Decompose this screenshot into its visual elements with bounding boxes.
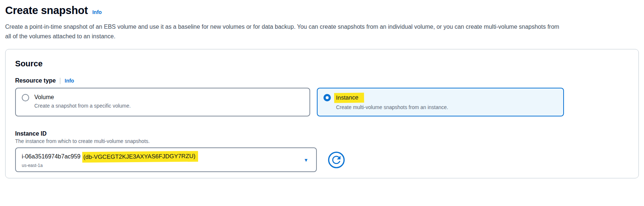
page-description: Create a point-in-time snapshot of an EB… (5, 22, 567, 41)
resource-type-options: Volume Create a snapshot from a specific… (15, 88, 629, 116)
create-snapshot-page: Create snapshot Info Create a point-in-t… (0, 0, 644, 178)
refresh-icon (328, 151, 345, 168)
chevron-down-icon: ▼ (304, 157, 308, 162)
instance-id-label: Instance ID (15, 130, 629, 137)
instance-id-text: i-06a3516974b7ac959 (22, 153, 80, 160)
page-header: Create snapshot Info (5, 4, 639, 17)
resource-type-option-instance[interactable]: Instance Create multi-volume snapshots f… (317, 88, 564, 116)
radio-unselected-icon[interactable] (22, 94, 29, 101)
tile-description-volume: Create a snapshot from a specific volume… (34, 102, 131, 109)
tile-label-volume: Volume (34, 93, 54, 101)
page-title: Create snapshot (5, 4, 88, 17)
instance-id-row: i-06a3516974b7ac959(db-VGCEGT2KJE3AXYAS6… (15, 147, 629, 172)
resource-type-option-volume[interactable]: Volume Create a snapshot from a specific… (15, 88, 310, 116)
tile-description-instance: Create multi-volume snapshots from an in… (336, 104, 448, 111)
availability-zone-text: us-east-1a (22, 163, 295, 168)
tile-body: Instance Create multi-volume snapshots f… (336, 93, 448, 111)
label-divider (60, 78, 60, 84)
instance-id-select[interactable]: i-06a3516974b7ac959(db-VGCEGT2KJE3AXYAS6… (15, 147, 317, 172)
instance-name-highlighted: (db-VGCEGT2KJE3AXYAS6FJDGY7RZU) (82, 151, 198, 163)
tile-label-instance: Instance (334, 92, 364, 103)
tile-body: Volume Create a snapshot from a specific… (34, 93, 131, 109)
source-panel: Source Resource type Info Volume Create … (5, 49, 639, 178)
refresh-button[interactable] (328, 151, 345, 168)
selected-instance-value: i-06a3516974b7ac959(db-VGCEGT2KJE3AXYAS6… (22, 151, 295, 162)
resource-type-label-row: Resource type Info (15, 77, 629, 84)
resource-type-label: Resource type (15, 77, 56, 84)
instance-id-description: The instance from which to create multi-… (15, 138, 629, 144)
page-title-info-link[interactable]: Info (92, 9, 102, 15)
source-heading: Source (15, 59, 629, 69)
resource-type-info-link[interactable]: Info (65, 78, 74, 84)
radio-selected-icon[interactable] (323, 94, 331, 101)
